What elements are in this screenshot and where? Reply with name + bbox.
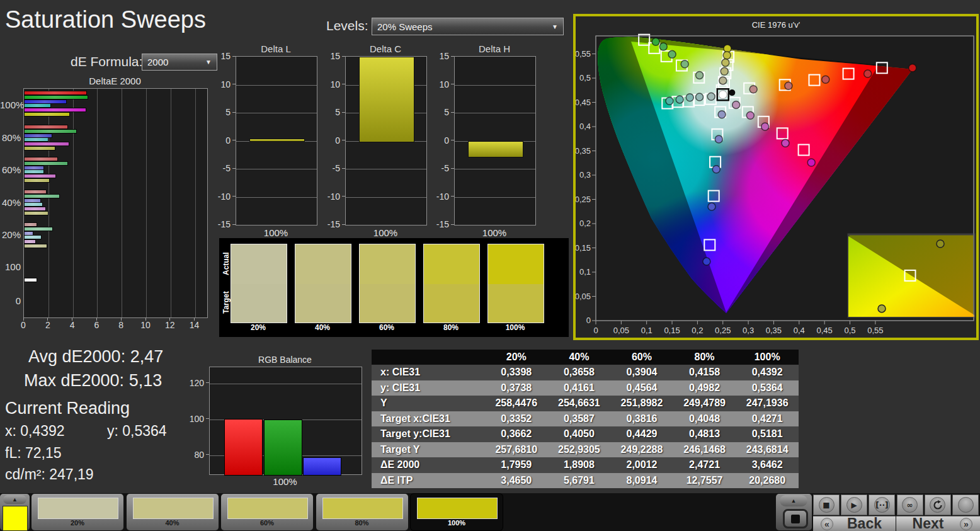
table-cell: 254,6631: [548, 397, 611, 409]
current-patch-color-indicator[interactable]: [3, 506, 28, 531]
rgb-bar-red: [224, 419, 263, 476]
y-tick: [232, 84, 236, 84]
y-tick-label: 5: [430, 107, 449, 117]
media-button-blank[interactable]: [952, 494, 979, 515]
next-button-label: Next: [896, 515, 960, 531]
table-row: ΔE 20001,79591,89082,00122,47213,6462: [372, 457, 799, 473]
cie-measured-point-yellow: [722, 59, 729, 66]
levels-dropdown[interactable]: 20% Sweeps ▼: [372, 18, 564, 35]
table-cell: 0,4392: [736, 367, 799, 378]
table-row: Y258,4476254,6631251,8982249,4789247,193…: [372, 396, 799, 411]
y-tick-label: 10: [430, 79, 449, 89]
grid-line: [210, 384, 362, 384]
cie-measured-point-magenta: [732, 101, 740, 108]
y-group-label: 20%: [0, 229, 21, 240]
cie-measured-point-red: [909, 64, 916, 72]
rgb-bar-green: [264, 420, 302, 476]
table-cell: 0,4158: [673, 367, 736, 378]
media-button-range[interactable]: [··]: [869, 494, 895, 515]
y-tick-label: 0: [586, 316, 591, 325]
deltae-bar-100%-yellow: [24, 112, 70, 117]
next-button[interactable]: Next »: [896, 516, 980, 531]
y-tick-label: 0: [212, 135, 231, 146]
inset-measured-point: [878, 305, 886, 312]
table-cell: 0,5181: [736, 428, 799, 440]
swatch-label: 20%: [231, 323, 286, 332]
table-col-header: 100%: [736, 351, 799, 363]
swatch-target: [360, 284, 415, 323]
cie-measured-point-green: [681, 60, 688, 68]
back-button[interactable]: « Back: [813, 516, 896, 531]
delta-chart-Delta-H: [454, 56, 536, 226]
cie-inset-magnifier: [848, 234, 974, 317]
x-tick-label: 0,15: [664, 326, 680, 335]
y-tick: [451, 140, 454, 140]
patch-button-40%[interactable]: 40%: [127, 494, 219, 530]
y-group-label: 40%: [0, 197, 21, 208]
de-formula-dropdown[interactable]: 2000 ▼: [142, 54, 217, 71]
x-tick-label: 0,4: [794, 326, 805, 335]
table-row: ΔE ITP3,46505,67918,091412,755720,2680: [372, 473, 799, 489]
table-cell: 0,3587: [548, 413, 611, 425]
table-cell: 0,5364: [736, 382, 799, 394]
patch-button-100%[interactable]: 100%: [411, 494, 503, 530]
y-tick: [451, 168, 454, 169]
cie-measured-point-green: [696, 71, 704, 79]
y-tick: [232, 168, 236, 169]
table-row-label: Target x:CIE31: [372, 413, 485, 425]
swatch-label: 80%: [423, 323, 479, 332]
y-tick-label: 0: [321, 135, 340, 146]
media-button-play[interactable]: ▶: [841, 494, 867, 515]
levels-label: Levels:: [326, 18, 368, 33]
patch-button-20%[interactable]: 20%: [31, 494, 123, 530]
reading-fl-stat: fL: 72,15: [5, 445, 62, 462]
grid-line: [97, 89, 98, 317]
y-tick: [206, 382, 209, 383]
y-tick-label: -15: [321, 219, 340, 229]
table-cell: 1,7959: [485, 459, 548, 471]
patch-button-60%[interactable]: 60%: [221, 494, 313, 530]
y-tick-label: -5: [321, 163, 340, 173]
page-title: Saturation Sweeps: [5, 6, 206, 33]
y-tick-label: 0,55: [576, 49, 591, 59]
cie-measured-point-blue: [715, 135, 722, 143]
cie-title: CIE 1976 u'v': [752, 20, 801, 30]
grid-line: [73, 89, 74, 317]
table-cell: 20,2680: [736, 475, 799, 486]
actual-target-swatch-strip: Actual Target 20%40%60%80%100%: [219, 238, 569, 337]
table-cell: 5,6791: [548, 475, 611, 486]
y-tick-label: 100: [186, 414, 204, 424]
grid-line: [346, 197, 426, 198]
cie-measured-point-red: [785, 82, 792, 89]
reading-cdm2-stat: cd/m²: 247,19: [5, 466, 94, 483]
table-cell: 258,4476: [485, 397, 548, 409]
collapse-up-button[interactable]: ▲: [3, 495, 26, 504]
table-cell: 249,4789: [673, 397, 736, 409]
patch-color-swatch: [227, 498, 308, 519]
collapse-up-button[interactable]: ▲: [780, 495, 807, 506]
table-cell: 1,8908: [548, 459, 611, 471]
patch-label: 80%: [316, 519, 408, 527]
delta-bar: [359, 57, 414, 142]
y-tick-label: -10: [321, 191, 340, 202]
x-tick-label: 0,05: [613, 326, 629, 335]
table-cell: 12,7557: [673, 475, 736, 486]
grid-line: [455, 197, 535, 198]
cie-measured-point-green: [652, 38, 659, 45]
table-row-label: ΔE ITP: [372, 475, 485, 486]
de-formula-label: dE Formula:: [71, 54, 142, 69]
patch-button-80%[interactable]: 80%: [316, 494, 408, 530]
y-tick-label: 5: [321, 107, 340, 117]
media-button-stop[interactable]: ■: [813, 494, 840, 515]
deltae-bar-80%-yellow: [24, 146, 55, 151]
up-arrow-icon: ▲: [12, 496, 18, 503]
y-tick: [206, 454, 209, 455]
inset-measured-point: [937, 240, 944, 248]
grid-line: [122, 89, 122, 317]
y-tick-label: 5: [212, 107, 231, 117]
media-button-refresh[interactable]: [925, 494, 951, 515]
cie-reference-dot: [729, 89, 735, 96]
y-tick-label: 0,1: [579, 267, 591, 277]
media-button-infinity[interactable]: ∞: [897, 494, 923, 515]
patch-window-button[interactable]: [783, 509, 808, 528]
